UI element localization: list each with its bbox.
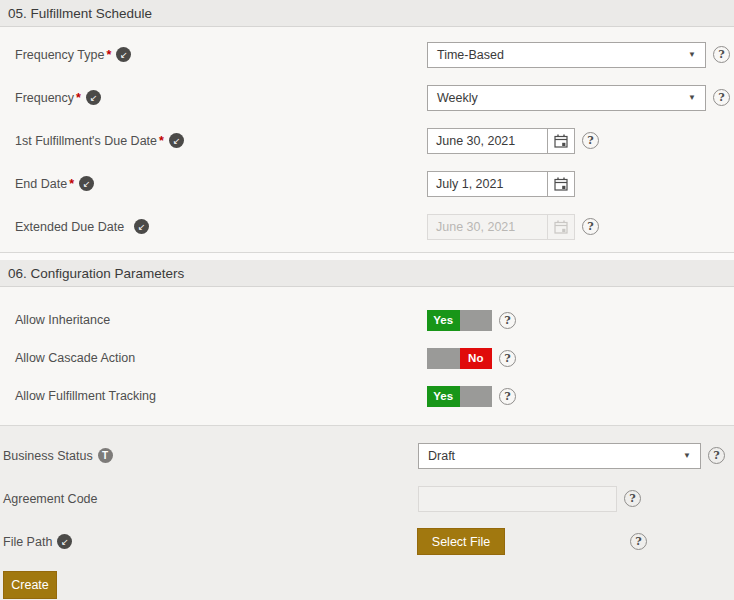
section-divider: [0, 253, 734, 260]
required-asterisk: *: [106, 48, 111, 62]
agreement-code-row: Agreement Code ?: [0, 477, 734, 520]
toggle-inactive-half: [460, 310, 493, 331]
allow-inheritance-row: Allow Inheritance Yes ?: [0, 301, 734, 339]
frequency-row: Frequency * ↙ Weekly ▼ ?: [0, 76, 734, 119]
frequency-label: Frequency * ↙: [15, 90, 101, 105]
allow-cascade-action-label: Allow Cascade Action: [15, 351, 135, 365]
inherited-arrow-icon: ↙: [86, 90, 101, 105]
frequency-select[interactable]: Weekly ▼: [427, 85, 706, 111]
chevron-down-icon: ▼: [683, 451, 691, 460]
required-asterisk: *: [69, 177, 74, 191]
create-button[interactable]: Create: [3, 571, 57, 599]
allow-fulfillment-tracking-row: Allow Fulfillment Tracking Yes ?: [0, 377, 734, 415]
toggle-inactive-half: [460, 386, 493, 407]
first-due-date-label: 1st Fulfillment's Due Date * ↙: [15, 133, 184, 148]
frequency-type-label: Frequency Type * ↙: [15, 47, 131, 62]
file-path-label: File Path ↙: [3, 534, 72, 549]
section-title: 05. Fulfillment Schedule: [8, 6, 152, 21]
extended-due-date-row: Extended Due Date ↙ June 30, 2021 ?: [0, 205, 734, 248]
business-status-row: Business Status T Draft ▼ ?: [0, 434, 734, 477]
section-header-configuration-parameters: 06. Configuration Parameters: [0, 260, 734, 287]
business-status-label: Business Status T: [3, 448, 113, 463]
create-row: Create: [0, 563, 734, 600]
business-status-select[interactable]: Draft ▼: [418, 443, 701, 469]
section-header-fulfillment-schedule: 05. Fulfillment Schedule: [0, 0, 734, 27]
calendar-icon: [547, 215, 574, 239]
allow-inheritance-toggle[interactable]: Yes: [427, 310, 492, 331]
first-due-date-input[interactable]: June 30, 2021: [427, 128, 575, 154]
calendar-icon[interactable]: [547, 129, 574, 153]
agreement-code-label: Agreement Code: [3, 492, 98, 506]
help-icon[interactable]: ?: [624, 490, 641, 507]
toggle-inactive-half: [427, 348, 460, 369]
section-title: 06. Configuration Parameters: [8, 266, 184, 281]
end-date-label: End Date * ↙: [15, 176, 94, 191]
first-due-date-row: 1st Fulfillment's Due Date * ↙ June 30, …: [0, 119, 734, 162]
allow-cascade-action-row: Allow Cascade Action No ?: [0, 339, 734, 377]
allow-fulfillment-tracking-label: Allow Fulfillment Tracking: [15, 389, 156, 403]
allow-inheritance-label: Allow Inheritance: [15, 313, 110, 327]
agreement-code-input[interactable]: [418, 486, 617, 512]
help-icon[interactable]: ?: [708, 447, 725, 464]
frequency-type-select[interactable]: Time-Based ▼: [427, 42, 706, 68]
toggle-yes-label: Yes: [427, 310, 460, 331]
file-path-row: File Path ↙ Select File ?: [0, 520, 734, 563]
help-icon[interactable]: ?: [713, 46, 730, 63]
toggle-yes-label: Yes: [427, 386, 460, 407]
help-icon[interactable]: ?: [499, 312, 516, 329]
required-asterisk: *: [159, 134, 164, 148]
help-icon[interactable]: ?: [499, 350, 516, 367]
select-file-button[interactable]: Select File: [417, 528, 505, 555]
calendar-icon[interactable]: [547, 172, 574, 196]
toggle-no-label: No: [460, 348, 493, 369]
required-asterisk: *: [76, 91, 81, 105]
help-icon[interactable]: ?: [499, 388, 516, 405]
help-icon[interactable]: ?: [630, 533, 647, 550]
extended-due-date-input: June 30, 2021: [427, 214, 575, 240]
inherited-arrow-icon: ↙: [79, 176, 94, 191]
footer-area: Business Status T Draft ▼ ? Agreement Co…: [0, 426, 734, 600]
frequency-type-row: Frequency Type * ↙ Time-Based ▼ ?: [0, 33, 734, 76]
allow-cascade-action-toggle[interactable]: No: [427, 348, 492, 369]
fulfillment-schedule-body: Frequency Type * ↙ Time-Based ▼ ? Freque…: [0, 27, 734, 253]
end-date-row: End Date * ↙ July 1, 2021: [0, 162, 734, 205]
help-icon[interactable]: ?: [582, 132, 599, 149]
inherited-arrow-icon: ↙: [134, 219, 149, 234]
type-badge-icon: T: [98, 448, 113, 463]
configuration-parameters-body: Allow Inheritance Yes ? Allow Cascade Ac…: [0, 287, 734, 426]
chevron-down-icon: ▼: [688, 50, 696, 59]
allow-fulfillment-tracking-toggle[interactable]: Yes: [427, 386, 492, 407]
chevron-down-icon: ▼: [688, 93, 696, 102]
inherited-arrow-icon: ↙: [57, 534, 72, 549]
end-date-input[interactable]: July 1, 2021: [427, 171, 575, 197]
extended-due-date-label: Extended Due Date ↙: [15, 219, 149, 234]
help-icon[interactable]: ?: [582, 218, 599, 235]
help-icon[interactable]: ?: [713, 89, 730, 106]
inherited-arrow-icon: ↙: [116, 47, 131, 62]
inherited-arrow-icon: ↙: [169, 133, 184, 148]
